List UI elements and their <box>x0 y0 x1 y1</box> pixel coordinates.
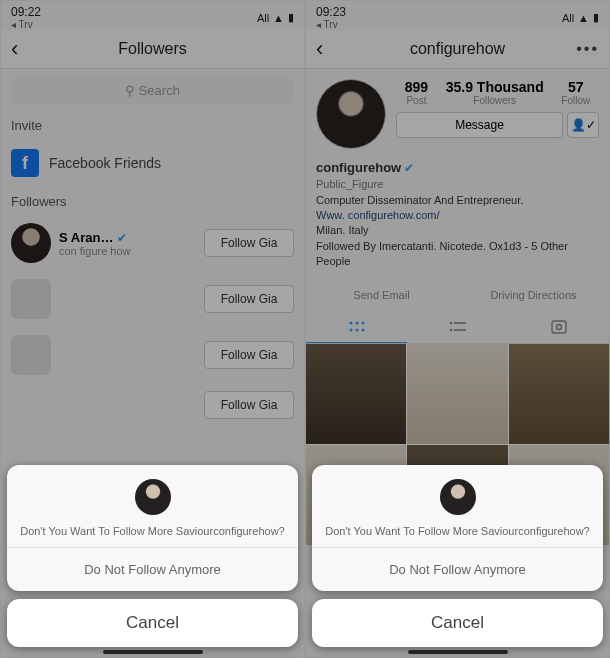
feed-tabs <box>306 312 609 344</box>
photo-tile[interactable] <box>509 344 609 444</box>
follower-row: Follow Gia <box>1 327 304 383</box>
profile-header: 899Post 35.9 ThousandFollowers 57Follow … <box>306 69 609 159</box>
page-title: Followers <box>118 40 186 58</box>
status-net: All <box>257 12 269 24</box>
svg-point-0 <box>349 321 352 324</box>
follower-row: Follow Gia <box>1 271 304 327</box>
sheet-avatar <box>440 479 476 515</box>
search-input[interactable]: ⚲ Search <box>11 77 294 104</box>
wifi-icon: ▲ <box>273 12 284 24</box>
status-carrier: ◂ Trv <box>11 19 41 30</box>
status-bar: 09:22 ◂ Trv All ▲ ▮ <box>1 1 304 30</box>
svg-rect-7 <box>454 322 466 324</box>
follower-sub: con figure how <box>59 245 196 257</box>
tab-list[interactable] <box>407 312 508 343</box>
sheet-avatar <box>135 479 171 515</box>
invite-label: Invite <box>1 112 304 139</box>
bio-handle: configurehow <box>316 160 401 175</box>
cancel-button[interactable]: Cancel <box>312 599 603 647</box>
stat-following[interactable]: 57Follow <box>561 79 590 106</box>
bio-location: Milan. Italy <box>316 223 599 238</box>
home-indicator[interactable] <box>103 650 203 654</box>
more-icon[interactable]: ••• <box>576 40 599 58</box>
sheet-message: Don't You Want To Follow More Saviourcon… <box>320 525 595 537</box>
unfollow-button[interactable]: Do Not Follow Anymore <box>7 547 298 591</box>
page-title: configurehow <box>410 40 505 58</box>
phone-left: 09:22 ◂ Trv All ▲ ▮ ‹ Followers ⚲ Search… <box>0 0 305 658</box>
follower-row: Follow Gia <box>1 383 304 427</box>
battery-icon: ▮ <box>288 11 294 24</box>
avatar[interactable] <box>11 223 51 263</box>
status-net: All <box>562 12 574 24</box>
verified-icon: ✔ <box>404 161 414 175</box>
follow-button[interactable]: Follow Gia <box>204 341 294 369</box>
bio-followedby[interactable]: Followed By Imercatanti. Nicotede. Ox1d3… <box>316 239 599 270</box>
svg-point-3 <box>349 328 352 331</box>
action-sheet: Don't You Want To Follow More Saviourcon… <box>312 465 603 647</box>
back-icon[interactable]: ‹ <box>316 36 323 62</box>
bio-desc: Computer Disseminator And Entrepreneur. <box>316 193 599 208</box>
follow-button[interactable]: Follow Gia <box>204 285 294 313</box>
avatar[interactable] <box>11 335 51 375</box>
avatar[interactable] <box>11 279 51 319</box>
photo-tile[interactable] <box>407 344 507 444</box>
svg-point-6 <box>449 322 452 325</box>
svg-point-11 <box>556 325 561 330</box>
follow-button[interactable]: Follow Gia <box>204 229 294 257</box>
stat-followers[interactable]: 35.9 ThousandFollowers <box>446 79 544 106</box>
photo-tile[interactable] <box>306 344 406 444</box>
phone-right: 09:23 ◂ Trv All ▲ ▮ ‹ configurehow ••• 8… <box>305 0 610 658</box>
tab-tagged[interactable] <box>508 312 609 343</box>
svg-point-5 <box>361 328 364 331</box>
facebook-friends-row[interactable]: f Facebook Friends <box>1 139 304 188</box>
svg-point-1 <box>355 321 358 324</box>
facebook-icon: f <box>11 149 39 177</box>
directions-button[interactable]: Driving Directions <box>458 279 609 311</box>
action-sheet: Don't You Want To Follow More Saviourcon… <box>7 465 298 647</box>
bio-link[interactable]: Www. configurehow.com/ <box>316 208 599 223</box>
profile-avatar[interactable] <box>316 79 386 149</box>
svg-rect-9 <box>454 329 466 331</box>
cancel-button[interactable]: Cancel <box>7 599 298 647</box>
follow-button[interactable]: Follow Gia <box>204 391 294 419</box>
svg-point-4 <box>355 328 358 331</box>
status-time: 09:22 <box>11 5 41 19</box>
svg-point-2 <box>361 321 364 324</box>
send-email-button[interactable]: Send Email <box>306 279 458 311</box>
suggested-button[interactable]: 👤✓ <box>567 112 599 138</box>
message-button[interactable]: Message <box>396 112 563 138</box>
follower-name: S Aran… <box>59 230 113 245</box>
stat-posts[interactable]: 899Post <box>405 79 428 106</box>
sheet-message: Don't You Want To Follow More Saviourcon… <box>15 525 290 537</box>
status-bar: 09:23 ◂ Trv All ▲ ▮ <box>306 1 609 30</box>
svg-point-8 <box>449 329 452 332</box>
tab-grid[interactable] <box>306 312 407 343</box>
follower-row: S Aran… ✔ con figure how Follow Gia <box>1 215 304 271</box>
bio: configurehow ✔ Public_Figure Computer Di… <box>306 159 609 278</box>
fb-label: Facebook Friends <box>49 155 161 171</box>
battery-icon: ▮ <box>593 11 599 24</box>
back-icon[interactable]: ‹ <box>11 36 18 62</box>
status-carrier: ◂ Trv <box>316 19 346 30</box>
header: ‹ configurehow ••• <box>306 30 609 69</box>
status-time: 09:23 <box>316 5 346 19</box>
verified-icon: ✔ <box>117 231 127 245</box>
unfollow-button[interactable]: Do Not Follow Anymore <box>312 547 603 591</box>
svg-rect-10 <box>552 321 566 333</box>
followers-label: Followers <box>1 188 304 215</box>
home-indicator[interactable] <box>408 650 508 654</box>
bio-category: Public_Figure <box>316 177 599 192</box>
wifi-icon: ▲ <box>578 12 589 24</box>
header: ‹ Followers <box>1 30 304 69</box>
